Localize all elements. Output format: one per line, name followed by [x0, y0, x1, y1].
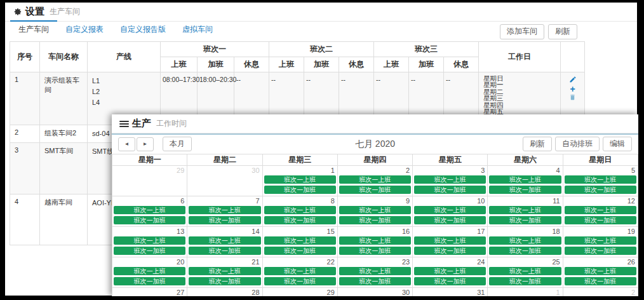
day-cell[interactable]: 12班次一上班班次一加班: [563, 196, 638, 227]
day-cell[interactable]: 1: [488, 288, 563, 297]
edit-icon[interactable]: [568, 76, 577, 85]
shift-event-bar[interactable]: 班次一上班: [489, 267, 561, 275]
shift-event-bar[interactable]: 班次一加班: [414, 247, 486, 255]
shift-event-bar[interactable]: 班次一上班: [114, 267, 185, 275]
tab-2[interactable]: 自定义报表: [57, 20, 112, 39]
day-cell[interactable]: 22班次一上班班次一加班: [262, 257, 337, 288]
shift-event-bar[interactable]: 班次一加班: [339, 186, 411, 194]
shift-event-bar[interactable]: 班次一上班: [414, 175, 486, 184]
shift-event-bar[interactable]: 班次一上班: [414, 236, 486, 245]
shift-event-bar[interactable]: 班次一上班: [264, 175, 336, 184]
shift-event-bar[interactable]: 班次一上班: [565, 236, 636, 245]
shift-event-bar[interactable]: 班次一上班: [565, 175, 636, 184]
shift-event-bar[interactable]: 班次一上班: [189, 267, 260, 275]
shift-event-bar[interactable]: 班次一上班: [565, 267, 636, 275]
day-cell[interactable]: 3班次一上班班次一加班: [413, 166, 488, 196]
day-cell[interactable]: 11班次一上班班次一加班: [488, 196, 563, 227]
shift-event-bar[interactable]: 班次一加班: [489, 277, 561, 285]
day-cell[interactable]: 18班次一上班班次一加班: [488, 227, 563, 257]
day-cell[interactable]: 26班次一上班班次一加班: [563, 257, 638, 288]
shift-event-bar[interactable]: 班次一加班: [114, 247, 185, 255]
day-cell[interactable]: 30: [187, 166, 262, 196]
day-cell[interactable]: 19班次一上班班次一加班: [563, 227, 638, 257]
add-workshop-button[interactable]: 添加车间: [500, 24, 544, 39]
shift-event-bar[interactable]: 班次一上班: [414, 206, 486, 214]
day-cell[interactable]: 29: [112, 166, 187, 196]
next-month-button[interactable]: ►: [137, 137, 154, 151]
auto-schedule-button[interactable]: 自动排班: [555, 137, 600, 152]
tab-1[interactable]: 生产车间: [10, 20, 57, 39]
day-cell[interactable]: 31班次一上班班次一加班: [413, 288, 488, 297]
shift-event-bar[interactable]: 班次一上班: [339, 206, 411, 214]
day-cell[interactable]: 16班次一上班班次一加班: [337, 227, 412, 257]
shift-event-bar[interactable]: 班次一加班: [414, 186, 486, 194]
shift-event-bar[interactable]: 班次一加班: [264, 216, 336, 224]
day-cell[interactable]: 29班次一上班班次一加班: [262, 288, 337, 297]
shift-event-bar[interactable]: 班次一加班: [264, 277, 336, 285]
day-cell[interactable]: 25班次一上班班次一加班: [488, 257, 563, 288]
shift-event-bar[interactable]: 班次一上班: [114, 206, 185, 214]
shift-event-bar[interactable]: 班次一加班: [114, 277, 185, 285]
tab-4[interactable]: 虚拟车间: [174, 20, 221, 39]
day-cell[interactable]: 21班次一上班班次一加班: [187, 257, 262, 288]
delete-icon[interactable]: [568, 93, 577, 102]
shift-event-bar[interactable]: 班次一上班: [414, 267, 486, 275]
shift-event-bar[interactable]: 班次一加班: [339, 216, 411, 224]
shift-event-bar[interactable]: 班次一加班: [489, 247, 561, 255]
day-cell[interactable]: 17班次一上班班次一加班: [413, 227, 488, 257]
add-icon[interactable]: +: [568, 85, 577, 93]
refresh-calendar-button[interactable]: 刷新: [523, 137, 552, 152]
shift-event-bar[interactable]: 班次一加班: [189, 216, 260, 224]
shift-event-bar[interactable]: 班次一加班: [489, 216, 561, 224]
today-button[interactable]: 本月: [163, 137, 192, 152]
shift-event-bar[interactable]: 班次一上班: [339, 267, 411, 275]
shift-event-bar[interactable]: 班次一加班: [565, 216, 636, 224]
day-cell[interactable]: 23班次一上班班次一加班: [337, 257, 412, 288]
shift-event-bar[interactable]: 班次一上班: [489, 236, 561, 245]
day-cell[interactable]: 2班次一上班班次一加班: [337, 166, 412, 196]
shift-event-bar[interactable]: 班次一加班: [189, 247, 260, 255]
shift-event-bar[interactable]: 班次一加班: [114, 216, 185, 224]
day-cell[interactable]: 8班次一上班班次一加班: [262, 196, 337, 227]
edit-schedule-button[interactable]: 编辑: [603, 137, 632, 152]
day-cell[interactable]: 15班次一上班班次一加班: [262, 227, 337, 257]
shift-event-bar[interactable]: 班次一加班: [339, 247, 411, 255]
shift-event-bar[interactable]: 班次一加班: [565, 277, 636, 285]
day-cell[interactable]: 5班次一上班班次一加班: [563, 166, 638, 196]
refresh-workshops-button[interactable]: 刷新: [548, 24, 577, 39]
shift-event-bar[interactable]: 班次一上班: [264, 206, 336, 214]
shift-event-bar[interactable]: 班次一上班: [489, 206, 561, 214]
shift-event-bar[interactable]: 班次一上班: [114, 236, 185, 245]
shift-event-bar[interactable]: 班次一加班: [339, 277, 411, 285]
shift-event-bar[interactable]: 班次一上班: [264, 236, 336, 245]
shift-event-bar[interactable]: 班次一上班: [565, 206, 636, 214]
day-cell[interactable]: 4班次一上班班次一加班: [488, 166, 563, 196]
shift-event-bar[interactable]: 班次一加班: [565, 186, 636, 194]
shift-event-bar[interactable]: 班次一加班: [414, 216, 486, 224]
day-cell[interactable]: 28班次一上班班次一加班: [187, 288, 262, 297]
shift-event-bar[interactable]: 班次一加班: [489, 186, 561, 194]
shift-event-bar[interactable]: 班次一加班: [264, 247, 336, 255]
shift-event-bar[interactable]: 班次一上班: [189, 236, 260, 245]
day-cell[interactable]: 9班次一上班班次一加班: [337, 196, 412, 227]
day-cell[interactable]: 13班次一上班班次一加班: [112, 227, 187, 257]
shift-event-bar[interactable]: 班次一上班: [339, 175, 411, 184]
day-cell[interactable]: 2: [563, 288, 638, 297]
prev-month-button[interactable]: ◄: [118, 137, 135, 151]
day-cell[interactable]: 20班次一上班班次一加班: [112, 257, 187, 288]
day-cell[interactable]: 24班次一上班班次一加班: [413, 257, 488, 288]
day-cell[interactable]: 6班次一上班班次一加班: [112, 196, 187, 227]
shift-event-bar[interactable]: 班次一加班: [189, 277, 260, 285]
day-cell[interactable]: 30班次一上班班次一加班: [337, 288, 412, 297]
shift-event-bar[interactable]: 班次一加班: [565, 247, 636, 255]
shift-event-bar[interactable]: 班次一上班: [189, 206, 260, 214]
shift-event-bar[interactable]: 班次一加班: [264, 186, 336, 194]
day-cell[interactable]: 14班次一上班班次一加班: [187, 227, 262, 257]
tab-3[interactable]: 自定义报告版: [112, 20, 174, 39]
day-cell[interactable]: 10班次一上班班次一加班: [413, 196, 488, 227]
shift-event-bar[interactable]: 班次一加班: [414, 277, 486, 285]
day-cell[interactable]: 7班次一上班班次一加班: [187, 196, 262, 227]
shift-event-bar[interactable]: 班次一上班: [339, 236, 411, 245]
day-cell[interactable]: 27班次一上班班次一加班: [112, 288, 187, 297]
shift-event-bar[interactable]: 班次一上班: [264, 267, 336, 275]
